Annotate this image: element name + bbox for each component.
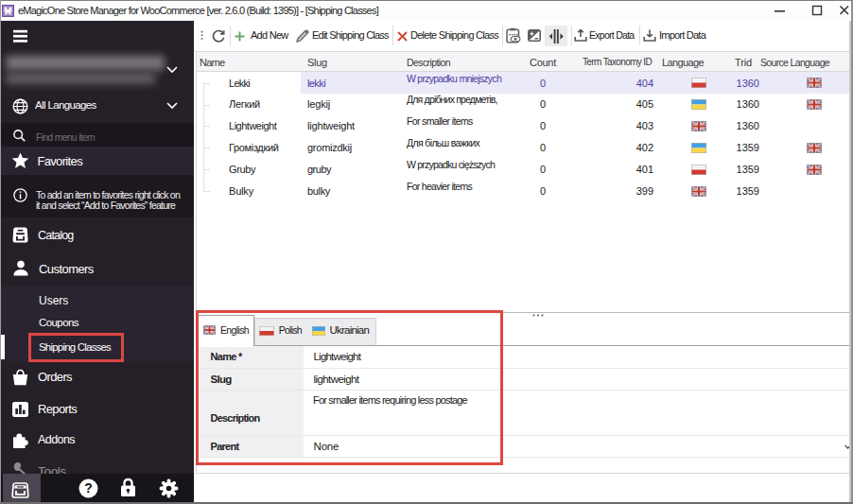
- svg-text:?: ?: [84, 480, 93, 495]
